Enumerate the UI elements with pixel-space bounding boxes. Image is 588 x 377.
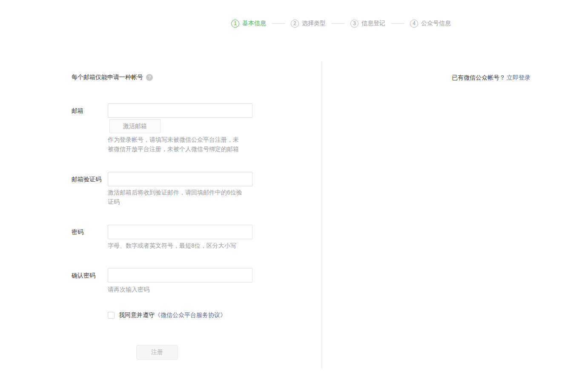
email-code-helper-text: 激活邮箱后将收到验证邮件，请回填邮件中的6位验证码 [108,188,244,206]
email-code-label: 邮箱验证码 [72,172,101,186]
register-button[interactable]: 注册 [136,345,178,360]
login-prompt-text: 已有微信公众帐号？ [452,74,505,81]
step-connector-line [272,23,285,24]
step-2-circle-icon: 2 [291,20,299,28]
email-helper-text: 作为登录帐号，请填写未被微信公众平台注册，未被微信开放平台注册，未被个人微信号绑… [108,135,244,154]
step-4-label: 公众号信息 [421,20,451,27]
password-input[interactable] [108,225,252,239]
page-title: 每个邮箱仅能申请一种帐号 [72,74,143,81]
email-label: 邮箱 [72,103,83,118]
step-choose-type: 2 选择类型 [291,20,326,28]
confirm-password-helper-text: 请再次输入密码 [108,285,244,294]
agreement-checkbox[interactable] [108,312,115,319]
email-input[interactable] [108,103,252,118]
question-mark-icon[interactable]: ? [146,74,153,81]
step-4-circle-icon: 4 [410,20,418,28]
form-title-row: 每个邮箱仅能申请一种帐号 ? [72,74,153,81]
step-info-registration: 3 信息登记 [350,20,385,28]
step-1-circle-icon: 1 [231,20,239,28]
step-basic-info: 1 基本信息 [231,20,266,28]
login-link[interactable]: 立即登录 [507,74,531,81]
login-prompt: 已有微信公众帐号？立即登录 [452,74,531,82]
step-2-label: 选择类型 [302,20,326,27]
step-connector-line [332,23,344,24]
step-3-label: 信息登记 [361,20,385,27]
wechat-mp-registration-page: 1 基本信息 2 选择类型 3 信息登记 4 公众号信息 每个邮箱仅能申请一种帐… [0,0,588,377]
email-code-input[interactable] [108,172,252,186]
step-account-info: 4 公众号信息 [410,20,451,28]
vertical-divider [321,62,322,368]
registration-stepper: 1 基本信息 2 选择类型 3 信息登记 4 公众号信息 [231,19,451,28]
step-3-circle-icon: 3 [350,20,359,28]
confirm-password-input[interactable] [108,268,252,283]
agreement-text: 我同意并遵守 [119,311,155,319]
agreement-row: 我同意并遵守 《微信公众平台服务协议》 [108,311,226,319]
activate-email-button[interactable]: 激活邮箱 [109,119,161,133]
service-agreement-link[interactable]: 《微信公众平台服务协议》 [155,311,226,319]
password-helper-text: 字母、数字或者英文符号，最短8位，区分大小写 [108,241,244,250]
step-1-label: 基本信息 [242,20,266,27]
confirm-password-label: 确认密码 [72,268,95,283]
password-label: 密码 [72,225,83,239]
step-connector-line [391,23,404,24]
